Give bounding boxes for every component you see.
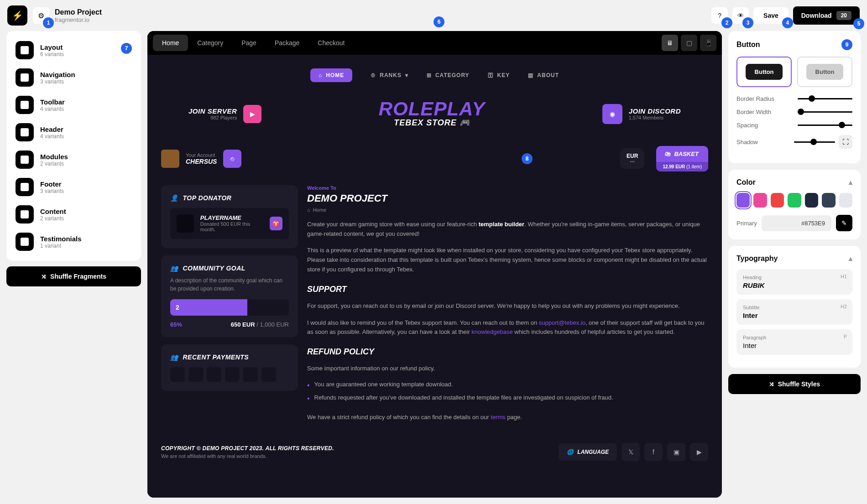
top-donator-card: 👤TOP DONATOR PLAYERNAMEDonated 500 EUR t…: [161, 185, 298, 248]
eyedropper-button[interactable]: ✎: [836, 215, 852, 231]
badge-2: 2: [721, 17, 732, 28]
typography-panel: Typography▴ HeadingRUBIKH1 SubtitleInter…: [728, 246, 861, 368]
gamepad-icon: 🎮: [460, 118, 470, 127]
key-icon: ⚿: [488, 72, 494, 78]
facebook-icon[interactable]: f: [644, 443, 663, 461]
fragment-footer[interactable]: Footer3 variants: [12, 173, 136, 201]
currency-selector[interactable]: EUR•••: [620, 148, 644, 169]
store-preview: ⌂HOME ♔RANKS▾ ⊞CATEGORY ⚿KEY ▤ABOUT JOIN…: [147, 55, 722, 498]
twitter-icon[interactable]: 𝕏: [622, 443, 640, 461]
language-button[interactable]: 🌐LANGUAGE: [559, 443, 617, 461]
fragment-modules[interactable]: Modules2 variants: [12, 146, 136, 173]
color-swatch-red[interactable]: [771, 193, 784, 208]
shadow-slider[interactable]: [794, 141, 835, 143]
typo-paragraph[interactable]: ParagraphInterP: [736, 329, 852, 355]
color-swatch-dark1[interactable]: [805, 193, 818, 208]
border-radius-slider[interactable]: [798, 98, 852, 99]
basket-button[interactable]: 🛍BASKET 12.99 EUR (1 item): [656, 146, 708, 171]
chevron-up-icon[interactable]: ▴: [849, 178, 852, 187]
tab-home[interactable]: Home: [153, 35, 188, 51]
fragment-layout[interactable]: Layout6 variants 7: [12, 36, 136, 64]
badge-5: 5: [853, 18, 864, 29]
project-title: Demo Project: [55, 8, 706, 16]
app-logo[interactable]: ⚡: [7, 5, 27, 26]
typo-subtitle[interactable]: SubtitleInterH2: [736, 299, 852, 325]
typo-heading[interactable]: HeadingRUBIKH1: [736, 269, 852, 295]
nav-about[interactable]: ▤ABOUT: [528, 68, 559, 82]
recent-payments-card: 👥RECENT PAYMENTS: [161, 344, 298, 391]
fragment-header[interactable]: Header4 variants: [12, 119, 136, 146]
preview-button[interactable]: 👁 3: [732, 7, 749, 24]
chevron-up-icon[interactable]: ▴: [849, 254, 852, 263]
color-swatch-light[interactable]: [839, 193, 852, 208]
color-swatch-green[interactable]: [788, 193, 801, 208]
user-avatar: [161, 150, 179, 168]
chevron-down-icon: ▾: [405, 72, 408, 78]
color-swatch-dark2[interactable]: [822, 193, 835, 208]
logout-button[interactable]: ⎋: [223, 150, 241, 168]
device-mobile[interactable]: 📱: [700, 35, 716, 51]
save-button[interactable]: Save 4: [753, 7, 789, 24]
community-goal-card: 👥COMMUNITY GOAL A description of the com…: [161, 255, 298, 337]
join-discord[interactable]: ◉ JOIN DISCORD1,574 Members: [602, 104, 681, 124]
fragment-content[interactable]: Content2 variants: [12, 201, 136, 228]
tag-icon: ⊞: [427, 72, 432, 78]
crown-icon: ♔: [371, 72, 376, 78]
badge-9: 9: [841, 39, 852, 50]
nav-category[interactable]: ⊞CATEGORY: [427, 68, 470, 82]
users-icon: 👥: [170, 265, 178, 272]
button-panel: Button 9 Button Button Border Radius Bor…: [728, 31, 861, 163]
shuffle-styles-button[interactable]: ⤮ Shuffle Styles: [728, 374, 861, 394]
donator-avatar: [177, 214, 194, 233]
settings-button[interactable]: ⚙ 1: [33, 7, 49, 24]
color-panel: Color▴ Primary #8753E9 ✎: [728, 170, 861, 239]
badge-7: 7: [121, 43, 132, 54]
border-width-slider[interactable]: [798, 111, 852, 113]
color-swatch-purple[interactable]: [736, 193, 750, 208]
badge-6: 6: [434, 16, 444, 27]
device-desktop[interactable]: 🖥: [662, 35, 678, 51]
tab-category[interactable]: Category: [188, 35, 232, 51]
join-server[interactable]: JOIN SERVER982 Players ▶: [188, 105, 261, 123]
main-content: Welcome To DEMO PROJECT ⌂Home Create you…: [307, 185, 708, 422]
nav-home[interactable]: ⌂HOME: [310, 68, 352, 82]
globe-icon: 🌐: [567, 449, 574, 455]
spacing-slider[interactable]: [798, 125, 852, 126]
tab-checkout[interactable]: Checkout: [308, 35, 354, 51]
fragment-icon: [16, 41, 34, 59]
button-variant-dark[interactable]: Button: [736, 57, 792, 87]
help-button[interactable]: ? 2: [711, 7, 728, 24]
badge-4: 4: [782, 17, 793, 28]
tab-package[interactable]: Package: [266, 35, 308, 51]
nav-key[interactable]: ⚿KEY: [488, 68, 510, 82]
preview-tabs: Home Category Page Package Checkout 🖥 ▢ …: [147, 31, 722, 55]
support-email-link[interactable]: support@tebex.io: [539, 319, 585, 326]
button-variant-light[interactable]: Button: [797, 57, 852, 87]
badge-8: 8: [522, 153, 533, 164]
tab-page[interactable]: Page: [232, 35, 266, 51]
terms-link[interactable]: terms: [491, 414, 506, 421]
play-icon[interactable]: ▶: [243, 105, 261, 123]
knowledgebase-link[interactable]: knowledgebase: [471, 328, 512, 335]
breadcrumb[interactable]: ⌂Home: [307, 207, 708, 213]
badge-1: 1: [43, 17, 54, 28]
color-swatch-pink[interactable]: [753, 193, 767, 208]
home-icon: ⌂: [319, 72, 322, 78]
device-tablet[interactable]: ▢: [681, 35, 697, 51]
nav-ranks[interactable]: ♔RANKS▾: [371, 68, 408, 82]
twitch-icon[interactable]: ▣: [667, 443, 685, 461]
fragment-testimonials[interactable]: Testimonials1 variant: [12, 228, 136, 255]
discord-icon: ◉: [602, 104, 622, 124]
primary-color-input[interactable]: #8753E9: [762, 215, 831, 231]
shuffle-fragments-button[interactable]: ⤮ Shuffle Fragments: [6, 266, 141, 286]
trophy-icon: ♈: [270, 217, 282, 230]
fragment-navigation[interactable]: Navigation3 variants: [12, 64, 136, 91]
fragment-toolbar[interactable]: Toolbar4 variants: [12, 91, 136, 119]
users-icon: 👥: [170, 353, 178, 361]
youtube-icon[interactable]: ▶: [690, 443, 708, 461]
progress-bar: 2: [170, 299, 289, 316]
download-count: 20: [836, 11, 851, 20]
project-info: Demo Project fragmentor.io: [55, 8, 706, 23]
download-button[interactable]: Download 20 5: [793, 6, 860, 25]
shadow-expand-button[interactable]: ⛶: [839, 135, 852, 149]
